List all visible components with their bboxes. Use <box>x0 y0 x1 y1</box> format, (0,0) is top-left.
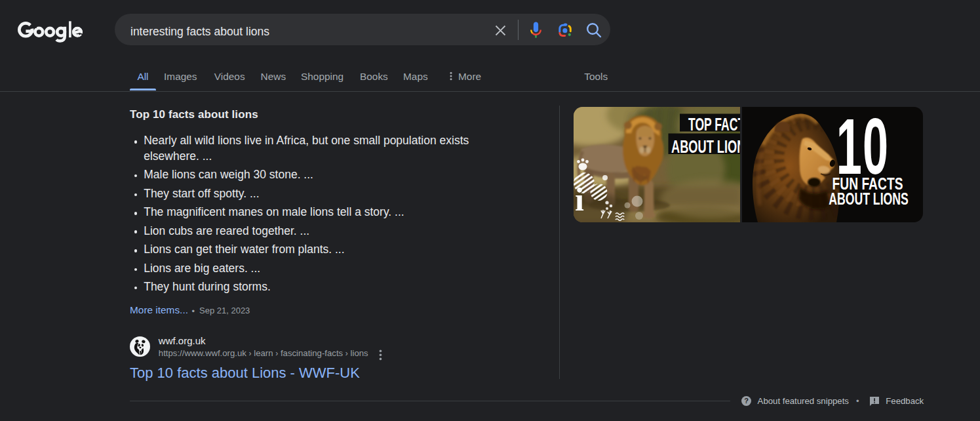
svg-text:TOP FACTS: TOP FACTS <box>688 114 740 134</box>
svg-text:i: i <box>575 181 584 218</box>
svg-text:ABOUT LIONS: ABOUT LIONS <box>829 190 909 209</box>
svg-text:ABOUT LIONS: ABOUT LIONS <box>671 135 740 156</box>
